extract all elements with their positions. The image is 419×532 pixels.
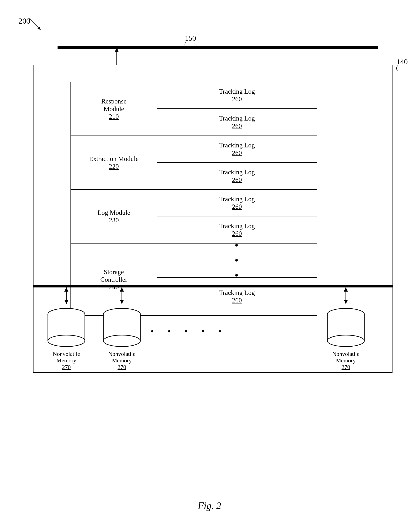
svg-marker-15 bbox=[120, 287, 124, 292]
cylinder-3-icon bbox=[325, 308, 367, 349]
tracking-dots-cell: ••• bbox=[157, 244, 317, 278]
label-140: 140 bbox=[397, 58, 408, 66]
svg-point-20 bbox=[103, 335, 140, 346]
tracking-log-label: Tracking Log bbox=[219, 222, 255, 230]
tracking-log-label: Tracking Log bbox=[219, 141, 255, 149]
module-table: ResponseModule 210 Tracking Log 260 Trac… bbox=[70, 82, 317, 316]
bus-line-bottom bbox=[34, 285, 393, 287]
log-module-cell: Log Module 230 bbox=[71, 190, 157, 243]
tracking-log-ref: 260 bbox=[232, 122, 242, 130]
svg-marker-7 bbox=[64, 287, 68, 292]
svg-marker-14 bbox=[120, 300, 124, 304]
tracking-log-ref: 260 bbox=[232, 95, 242, 103]
tracking-log-label: Tracking Log bbox=[219, 168, 255, 176]
tracking-log-ref: 260 bbox=[232, 149, 242, 157]
storage-label-2: NonvolatileMemory270 bbox=[108, 351, 135, 371]
tracking-cell-4-2: Tracking Log 260 bbox=[157, 278, 317, 315]
extraction-module-cell: Extraction Module 220 bbox=[71, 136, 157, 189]
extraction-module-label: Extraction Module bbox=[89, 155, 139, 163]
storage-item-3: NonvolatileMemory270 bbox=[325, 287, 367, 371]
arrow-storage-3-icon bbox=[342, 287, 350, 308]
tracking-log-label: Tracking Log bbox=[219, 289, 255, 297]
module-row-response: ResponseModule 210 Tracking Log 260 Trac… bbox=[71, 82, 317, 136]
tracking-cell-2-1: Tracking Log 260 bbox=[157, 136, 317, 163]
tracking-cell-1-2: Tracking Log 260 bbox=[157, 109, 317, 136]
storage-label-3: NonvolatileMemory270 bbox=[332, 351, 359, 371]
tracking-log-label: Tracking Log bbox=[219, 195, 255, 203]
tracking-log-ref: 260 bbox=[232, 203, 242, 210]
tracking-cell-1-1: Tracking Log 260 bbox=[157, 82, 317, 109]
storage-label-1: NonvolatileMemory270 bbox=[53, 351, 80, 371]
log-tracking-cells: Tracking Log 260 Tracking Log 260 bbox=[157, 190, 317, 243]
label-150: 150 bbox=[185, 34, 196, 42]
main-box-140: ResponseModule 210 Tracking Log 260 Trac… bbox=[33, 65, 393, 373]
tracking-log-ref: 260 bbox=[232, 230, 242, 237]
tracking-log-ref: 260 bbox=[232, 297, 242, 304]
arrow-storage-2-icon bbox=[118, 287, 126, 308]
svg-marker-6 bbox=[64, 300, 68, 304]
log-module-ref: 230 bbox=[109, 216, 119, 224]
extraction-tracking-cells: Tracking Log 260 Tracking Log 260 bbox=[157, 136, 317, 189]
label-200: 200 bbox=[18, 17, 30, 25]
diagram-container: 200 150 140 Response bbox=[12, 12, 407, 515]
tracking-cell-3-1: Tracking Log 260 bbox=[157, 190, 317, 216]
cylinder-1-icon bbox=[46, 308, 87, 349]
svg-marker-22 bbox=[344, 300, 348, 304]
module-row-extraction: Extraction Module 220 Tracking Log 260 T… bbox=[71, 136, 317, 190]
storage-item-2: NonvolatileMemory270 bbox=[101, 287, 143, 371]
storage-dots: • • • • • bbox=[151, 326, 227, 336]
response-module-ref: 210 bbox=[109, 113, 119, 120]
storage-item-1: NonvolatileMemory270 bbox=[46, 287, 87, 371]
arrow-bidirectional-top bbox=[107, 24, 118, 65]
svg-point-28 bbox=[327, 335, 364, 346]
tracking-log-label: Tracking Log bbox=[219, 88, 255, 95]
svg-point-12 bbox=[48, 335, 85, 346]
tracking-log-label: Tracking Log bbox=[219, 115, 255, 122]
extraction-module-ref: 220 bbox=[109, 163, 119, 170]
cylinder-2-icon bbox=[101, 308, 143, 349]
log-module-label: Log Module bbox=[97, 209, 130, 216]
tracking-log-ref: 260 bbox=[232, 176, 242, 184]
response-module-cell: ResponseModule 210 bbox=[71, 82, 157, 136]
fig-label: Fig. 2 bbox=[198, 500, 221, 511]
bus-line-150 bbox=[58, 46, 378, 49]
module-row-log: Log Module 230 Tracking Log 260 Tracking… bbox=[71, 190, 317, 244]
vertical-dots: ••• bbox=[235, 238, 239, 283]
response-tracking-cells: Tracking Log 260 Tracking Log 260 bbox=[157, 82, 317, 136]
label-200-group: 200 bbox=[18, 16, 30, 25]
storage-ctrl-tracking-cells: ••• Tracking Log 260 bbox=[157, 244, 317, 315]
storage-controller-label: StorageController bbox=[100, 268, 127, 283]
arrow-140-icon bbox=[395, 65, 401, 72]
svg-marker-23 bbox=[344, 287, 348, 292]
tracking-cell-2-2: Tracking Log 260 bbox=[157, 163, 317, 189]
arrow-200-icon bbox=[29, 18, 46, 33]
arrow-storage-1-icon bbox=[62, 287, 70, 308]
response-module-label: ResponseModule bbox=[101, 98, 127, 113]
